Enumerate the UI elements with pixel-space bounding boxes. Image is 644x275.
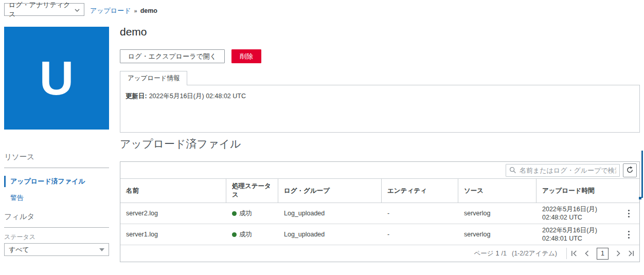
- refresh-icon: [626, 166, 634, 175]
- cell-status: 成功: [226, 203, 278, 224]
- prev-page-icon[interactable]: [585, 250, 589, 256]
- page-label: ページ: [474, 249, 494, 258]
- cell-name: server1.log: [120, 224, 226, 245]
- uploaded-files-table: 名前 処理ステータス ログ・グループ エンティティ ソース アップロード時間 s…: [120, 161, 640, 262]
- next-page-icon[interactable]: [616, 250, 620, 256]
- search-input[interactable]: [506, 164, 620, 177]
- cell-name: server2.log: [120, 203, 226, 224]
- items-count: (1-2/2アイテム): [512, 249, 557, 258]
- upload-info-panel: 更新日:2022年5月16日(月) 02:48:02 UTC: [120, 85, 640, 133]
- status-filter-dropdown[interactable]: すべて: [4, 243, 109, 256]
- success-dot-icon: [232, 232, 237, 237]
- column-header-name[interactable]: 名前: [120, 179, 226, 203]
- column-header-source[interactable]: ソース: [458, 179, 536, 203]
- status-filter-label: ステータス: [4, 233, 35, 242]
- service-selector-dropdown[interactable]: ログ・アナリティクス: [4, 3, 84, 16]
- filters-heading: フィルタ: [4, 212, 34, 222]
- resources-heading: リソース: [4, 152, 34, 162]
- breadcrumb-current: demo: [140, 7, 157, 14]
- triangle-down-icon: [99, 248, 104, 251]
- upload-time-clock: 02:48:01 UTC: [542, 234, 582, 243]
- kebab-menu-icon: [628, 213, 630, 214]
- cell-entity: -: [382, 224, 458, 245]
- status-text: 成功: [239, 209, 252, 218]
- refresh-button[interactable]: [623, 163, 637, 177]
- service-selector-label: ログ・アナリティクス: [9, 1, 75, 19]
- table-toolbar: [120, 162, 639, 179]
- divider: [4, 168, 109, 168]
- chevron-down-icon: [75, 6, 80, 13]
- divider: [4, 227, 109, 228]
- current-page-button[interactable]: 1: [597, 248, 609, 260]
- kebab-menu-icon: [628, 234, 630, 235]
- page-total: /1: [502, 250, 507, 257]
- tab-upload-info[interactable]: アップロード情報: [120, 71, 187, 85]
- table-footer: ページ 1 /1 (1-2/2アイテム) 1: [120, 245, 639, 262]
- page-current: 1: [496, 250, 499, 257]
- pagination: 1: [571, 248, 634, 260]
- cell-source: serverlog: [458, 224, 536, 245]
- cell-source: serverlog: [458, 203, 536, 224]
- sidebar-item-warnings[interactable]: 警告: [4, 192, 109, 204]
- column-header-log-group[interactable]: ログ・グループ: [278, 179, 382, 203]
- page-title: demo: [120, 26, 147, 38]
- breadcrumb-parent-link[interactable]: アップロード: [90, 6, 131, 15]
- delete-button[interactable]: 削除: [231, 49, 261, 63]
- cell-upload-time: 2022年5月16日(月) 02:48:02 UTC: [536, 203, 618, 224]
- table-row[interactable]: server2.log 成功 Log_uploaded - serverlog …: [120, 203, 639, 224]
- divider: [566, 248, 567, 259]
- cell-status: 成功: [226, 224, 278, 245]
- scrollbar-nub: [639, 197, 641, 199]
- column-header-processing-status[interactable]: 処理ステータス: [226, 179, 278, 203]
- row-actions-menu[interactable]: [618, 203, 639, 224]
- table-body: server2.log 成功 Log_uploaded - serverlog …: [120, 203, 639, 245]
- upload-logo-letter: U: [40, 54, 74, 102]
- section-title-uploaded-files: アップロード済ファイル: [120, 137, 241, 151]
- success-dot-icon: [232, 211, 237, 216]
- status-text: 成功: [239, 230, 252, 239]
- updated-date-label: 更新日:: [126, 93, 147, 100]
- table-row[interactable]: server1.log 成功 Log_uploaded - serverlog …: [120, 224, 639, 245]
- scrollbar-indicator[interactable]: [641, 151, 643, 198]
- action-buttons: ログ・エクスプローラで開く 削除: [120, 49, 261, 63]
- row-actions-menu[interactable]: [618, 224, 639, 245]
- breadcrumb-separator: »: [134, 8, 137, 14]
- upload-logo: U: [4, 27, 109, 130]
- column-header-upload-time[interactable]: アップロード時間: [536, 179, 618, 203]
- upload-time-clock: 02:48:02 UTC: [542, 213, 582, 222]
- sidebar-item-uploaded-files[interactable]: アップロード済ファイル: [4, 176, 109, 187]
- cell-log-group: Log_uploaded: [278, 224, 382, 245]
- cell-upload-time: 2022年5月16日(月) 02:48:01 UTC: [536, 224, 618, 245]
- search-icon: [509, 167, 516, 175]
- table-search: [506, 164, 620, 177]
- sidebar-item-label: 警告: [10, 193, 24, 203]
- cell-entity: -: [382, 203, 458, 224]
- breadcrumb: アップロード » demo: [90, 6, 157, 15]
- column-header-actions: [618, 179, 639, 203]
- status-filter-value: すべて: [9, 245, 29, 254]
- column-header-entity[interactable]: エンティティ: [382, 179, 458, 203]
- upload-time-date: 2022年5月16日(月): [542, 226, 597, 234]
- table-header-row: 名前 処理ステータス ログ・グループ エンティティ ソース アップロード時間: [120, 179, 639, 203]
- first-page-icon[interactable]: [571, 250, 577, 256]
- cell-log-group: Log_uploaded: [278, 203, 382, 224]
- open-log-explorer-button[interactable]: ログ・エクスプローラで開く: [120, 49, 225, 63]
- upload-time-date: 2022年5月16日(月): [542, 205, 597, 213]
- sidebar-item-label: アップロード済ファイル: [10, 177, 85, 186]
- updated-date-value: 2022年5月16日(月) 02:48:02 UTC: [149, 93, 246, 100]
- last-page-icon[interactable]: [628, 250, 634, 256]
